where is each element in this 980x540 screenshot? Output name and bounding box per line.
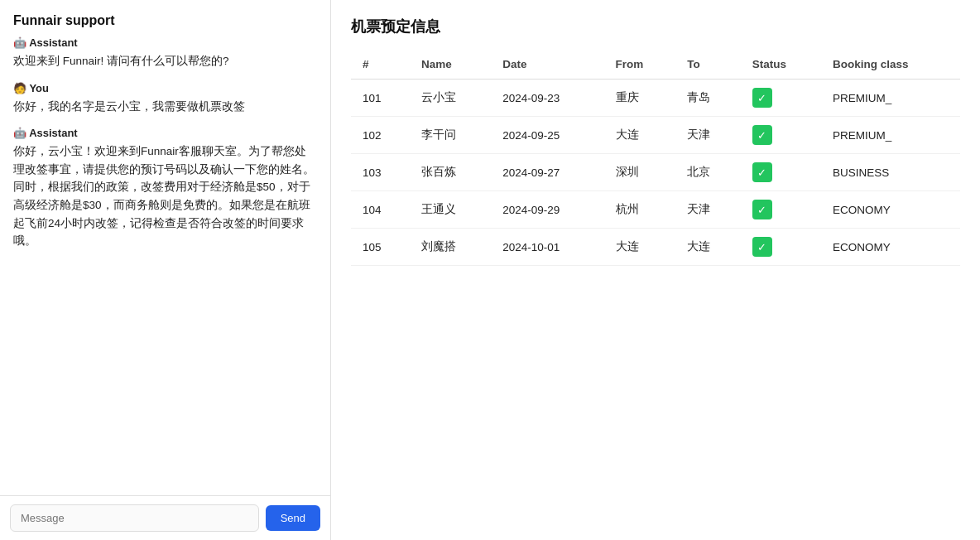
table-cell: 杭州 [604,191,676,229]
message-text: 欢迎来到 Funnair! 请问有什么可以帮您的? [13,52,317,70]
table-cell: 刘魔搭 [410,229,491,266]
table-cell: 2024-09-29 [491,191,603,229]
table-cell: 张百炼 [410,154,491,191]
table-cell: 天津 [675,191,741,229]
table-cell: ECONOMY [821,229,960,266]
table-cell: 云小宝 [410,80,491,117]
message-block: 🧑 You你好，我的名字是云小宝，我需要做机票改签 [13,82,317,116]
chat-input-area: Send [0,495,330,540]
table-body: 101云小宝2024-09-23重庆青岛✓PREMIUM_102李干问2024-… [351,80,960,266]
status-badge: ✓ [752,237,772,257]
table-column-header: Booking class [821,50,960,80]
table-cell: 104 [351,191,410,229]
table-column-header: Date [491,50,603,80]
chat-messages: 🤖 Assistant欢迎来到 Funnair! 请问有什么可以帮您的?🧑 Yo… [0,36,330,495]
status-badge: ✓ [752,162,772,182]
table-cell: BUSINESS [821,154,960,191]
table-panel: 机票预定信息 #NameDateFromToStatusBooking clas… [331,0,980,540]
message-text: 你好，我的名字是云小宝，我需要做机票改签 [13,98,317,116]
table-cell: 102 [351,117,410,154]
table-cell: 大连 [604,229,676,266]
table-cell: 青岛 [675,80,741,117]
table-cell: PREMIUM_ [821,117,960,154]
table-column-header: From [604,50,676,80]
table-cell: 2024-09-23 [491,80,603,117]
table-cell: ECONOMY [821,191,960,229]
message-block: 🤖 Assistant你好，云小宝！欢迎来到Funnair客服聊天室。为了帮您处… [13,127,317,250]
table-cell: PREMIUM_ [821,80,960,117]
table-row: 101云小宝2024-09-23重庆青岛✓PREMIUM_ [351,80,960,117]
status-badge: ✓ [752,125,772,145]
table-cell: 2024-09-27 [491,154,603,191]
table-cell: 大连 [675,229,741,266]
status-badge: ✓ [752,88,772,108]
table-cell: 北京 [675,154,741,191]
table-cell: 105 [351,229,410,266]
message-input[interactable] [10,504,259,532]
table-cell: 李干问 [410,117,491,154]
table-row: 102李干问2024-09-25大连天津✓PREMIUM_ [351,117,960,154]
table-cell: 深圳 [604,154,676,191]
table-column-header: To [675,50,741,80]
table-cell: 王通义 [410,191,491,229]
message-text: 你好，云小宝！欢迎来到Funnair客服聊天室。为了帮您处理改签事宜，请提供您的… [13,142,317,250]
table-title: 机票预定信息 [351,17,960,36]
table-row: 105刘魔搭2024-10-01大连大连✓ECONOMY [351,229,960,266]
status-badge-cell: ✓ [741,229,821,266]
table-cell: 重庆 [604,80,676,117]
table-cell: 103 [351,154,410,191]
send-button[interactable]: Send [266,505,320,531]
table-row: 104王通义2024-09-29杭州天津✓ECONOMY [351,191,960,229]
booking-table: #NameDateFromToStatusBooking class 101云小… [351,50,960,266]
table-cell: 天津 [675,117,741,154]
table-cell: 大连 [604,117,676,154]
table-column-header: Status [741,50,821,80]
message-sender: 🧑 You [13,82,317,94]
status-badge-cell: ✓ [741,117,821,154]
status-badge-cell: ✓ [741,80,821,117]
app-title: Funnair support [0,0,330,36]
table-header: #NameDateFromToStatusBooking class [351,50,960,80]
table-column-header: Name [410,50,491,80]
status-badge-cell: ✓ [741,154,821,191]
table-row: 103张百炼2024-09-27深圳北京✓BUSINESS [351,154,960,191]
chat-panel: Funnair support 🤖 Assistant欢迎来到 Funnair!… [0,0,331,540]
message-block: 🤖 Assistant欢迎来到 Funnair! 请问有什么可以帮您的? [13,36,317,70]
table-cell: 2024-09-25 [491,117,603,154]
message-sender: 🤖 Assistant [13,36,317,49]
status-badge: ✓ [752,200,772,219]
message-sender: 🤖 Assistant [13,127,317,139]
table-cell: 2024-10-01 [491,229,603,266]
table-column-header: # [351,50,410,80]
status-badge-cell: ✓ [741,191,821,229]
table-cell: 101 [351,80,410,117]
